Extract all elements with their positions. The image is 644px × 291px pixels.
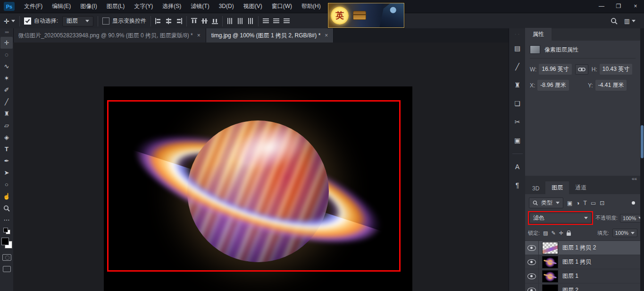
menu-help[interactable]: 帮助(H) [297,0,326,13]
shape-tool[interactable]: ○ [0,179,13,190]
edit-toolbar-button[interactable]: ⋯ [0,214,13,226]
dock-grip-icon[interactable]: · · [515,32,520,36]
menu-3d[interactable]: 3D(D) [214,0,239,13]
layer-thumbnail[interactable] [542,270,558,282]
brush-tool[interactable]: ╱ [0,96,13,108]
notes-panel-icon[interactable]: ✂ [511,116,524,128]
lock-all-icon[interactable] [567,232,571,236]
adjustments-panel-icon[interactable]: ▤ [511,42,524,54]
menu-type[interactable]: 文字(Y) [129,0,158,13]
y-field[interactable]: -4.41 厘米 [595,80,627,91]
filter-pixel-layers-icon[interactable]: ▣ [567,200,572,206]
fill-field[interactable]: 100% [612,229,637,237]
pen-tool[interactable]: ✒ [0,155,13,167]
distribute-middle-icon[interactable] [273,18,279,24]
close-button[interactable]: × [627,0,644,13]
filter-type-layers-icon[interactable]: T [584,200,587,206]
lock-transparent-pixels-icon[interactable]: ▨ [543,230,548,236]
paint-bucket-tool[interactable]: ◈ [0,131,13,143]
auto-select-target-dropdown[interactable]: 图层 [62,16,93,26]
filter-adjustment-layers-icon[interactable]: ◑ [576,200,579,206]
restore-button[interactable]: ❐ [610,0,627,13]
type-tool[interactable]: T [0,143,13,155]
libraries-panel-icon[interactable]: ▣ [511,134,524,146]
eyedropper-tool[interactable]: ✐ [0,84,13,96]
menu-image[interactable]: 图像(I) [75,0,101,13]
distribute-left-icon[interactable] [227,18,233,24]
lock-position-icon[interactable]: ✛ [559,230,563,236]
brush-settings-panel-icon[interactable]: ╱ [511,60,524,73]
search-icon[interactable] [611,17,618,25]
zoom-tool[interactable] [0,202,13,214]
document-image[interactable] [104,86,412,291]
show-transform-checkbox[interactable]: 显示变换控件 [102,17,146,25]
character-panel-icon[interactable]: A [511,161,524,173]
menu-edit[interactable]: 编辑(E) [47,0,75,13]
align-top-edges-icon[interactable] [191,18,197,24]
close-tab-icon[interactable]: × [325,32,328,39]
distribute-bottom-icon[interactable] [284,18,290,24]
close-tab-icon[interactable]: × [197,32,201,39]
foreground-background-swatch[interactable] [1,238,12,248]
menu-filter[interactable]: 滤镜(T) [186,0,214,13]
marquee-tool[interactable]: ◌ [0,49,13,60]
move-tool[interactable]: ✛ [0,37,13,49]
auto-select-checkbox[interactable]: 自动选择: [24,17,58,25]
tab-3d[interactable]: 3D [526,183,545,194]
visibility-toggle[interactable] [525,255,539,269]
default-colors-icon[interactable] [3,228,10,234]
layer-thumbnail[interactable] [542,256,558,268]
lasso-tool[interactable]: ∿ [0,60,13,72]
align-vertical-centers-icon[interactable] [201,18,208,24]
align-left-edges-icon[interactable] [155,18,161,24]
distribute-top-icon[interactable] [263,18,269,24]
current-tool-indicator[interactable]: ✛ [4,17,15,25]
visibility-toggle[interactable] [525,283,539,291]
paragraph-panel-icon[interactable]: ¶ [511,179,524,191]
height-field[interactable]: 10.43 英寸 [600,64,632,75]
layer-filter-dropdown[interactable]: 类型 [529,197,563,208]
filter-smart-objects-icon[interactable]: ⊡ [600,200,604,206]
document-tab-1[interactable]: 微信图片_20200528233948.png @ 90.9% (图层 0 拷贝… [13,28,206,43]
foreground-color-swatch[interactable] [1,238,9,245]
canvas-area[interactable] [13,43,509,291]
path-select-tool[interactable]: ➤ [0,167,13,179]
collapse-panel-icon[interactable]: «« [632,177,637,181]
tab-properties[interactable]: 属性 [525,28,552,41]
menu-select[interactable]: 选择(S) [158,0,186,13]
align-bottom-edges-icon[interactable] [212,18,218,24]
layer-row[interactable]: 图层 2 [525,283,640,291]
filter-toggle-icon[interactable] [632,201,635,205]
menu-file[interactable]: 文件(F) [19,0,47,13]
clone-source-panel-icon[interactable]: ♜ [511,79,524,91]
align-horizontal-centers-icon[interactable] [166,18,172,24]
menu-view[interactable]: 视图(V) [239,0,267,13]
layer-thumbnail[interactable] [542,242,558,254]
align-right-edges-icon[interactable] [176,18,182,24]
magic-wand-tool[interactable]: ✶ [0,72,13,84]
layer-comps-panel-icon[interactable]: ❏ [511,97,524,110]
quick-mask-button[interactable] [2,254,11,261]
distribute-right-icon[interactable] [248,18,254,24]
tab-channels[interactable]: 通道 [569,181,593,194]
blend-mode-dropdown[interactable]: 滤色 [529,213,592,223]
hand-tool[interactable]: ☝ [0,190,13,202]
layer-row[interactable]: 图层 1 [525,269,640,283]
link-dimensions-button[interactable] [575,64,588,75]
minimize-button[interactable]: — [593,0,610,13]
document-tab-2[interactable]: timg.jpg @ 100% (图层 1 拷贝 2, RGB/8#) * × [206,28,334,43]
layer-thumbnail[interactable] [542,284,558,291]
distribute-center-icon[interactable] [237,18,243,24]
filter-shape-layers-icon[interactable]: ▭ [591,200,596,206]
expand-toolbar-icon[interactable]: »» [5,30,8,34]
menu-layer[interactable]: 图层(L) [102,0,130,13]
game-banner-ad[interactable]: 英 [328,3,404,28]
visibility-toggle[interactable] [525,241,539,255]
screen-mode-button[interactable] [3,266,11,272]
lock-image-pixels-icon[interactable]: ✎ [551,230,555,236]
panel-scrollbar[interactable] [640,28,644,291]
x-field[interactable]: -8.96 厘米 [537,80,569,91]
visibility-toggle[interactable] [525,269,539,283]
menu-window[interactable]: 窗口(W) [267,0,297,13]
clone-stamp-tool[interactable]: ♜ [0,108,13,120]
